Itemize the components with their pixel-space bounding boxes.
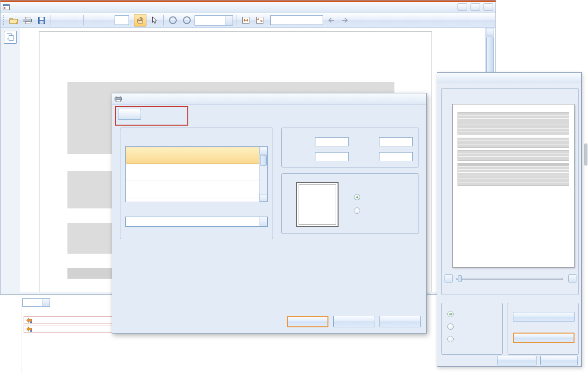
orientation-groupbox: [281, 173, 419, 234]
radio-icon: [354, 207, 360, 214]
maximize-button[interactable]: [470, 3, 480, 11]
find-input[interactable]: [270, 15, 323, 25]
printer-icon: [115, 96, 122, 102]
find-next-button[interactable]: [339, 14, 351, 26]
toolbar-separator: [163, 15, 164, 26]
toolbar-grip[interactable]: [3, 15, 5, 25]
paper-size-option-legal[interactable]: [126, 197, 260, 202]
radio-icon: [447, 311, 454, 317]
margin-left-input[interactable]: [379, 137, 413, 146]
chevron-down-icon[interactable]: [225, 16, 233, 25]
mini-details-table: [457, 163, 569, 186]
toolbar-separator: [83, 15, 84, 26]
tab-paper[interactable]: [118, 109, 141, 120]
paper-size-option-tabloid[interactable]: [126, 164, 260, 181]
undo-button[interactable]: [54, 14, 66, 26]
previous-page-nav-button[interactable]: [444, 274, 453, 283]
radio-icon: [447, 323, 454, 330]
landscape-radio[interactable]: [354, 207, 363, 214]
app-icon: [3, 4, 10, 11]
fit-page-button[interactable]: [253, 14, 266, 26]
find-result-row[interactable]: [24, 325, 114, 333]
fit-width-button[interactable]: [239, 14, 252, 26]
next-page-nav-button[interactable]: [568, 274, 576, 283]
next-page-button[interactable]: [101, 14, 113, 26]
orientation-preview: [296, 182, 339, 227]
margin-bottom-input[interactable]: [315, 152, 349, 161]
page-source-combobox[interactable]: [125, 217, 268, 227]
preview-groupbox: [441, 88, 579, 295]
margin-right-input[interactable]: [379, 152, 413, 161]
page-groupbox: [120, 128, 273, 239]
toolbar-separator: [51, 15, 51, 26]
close-button[interactable]: [483, 3, 493, 11]
print-settings-button[interactable]: [513, 333, 575, 343]
scroll-up-button[interactable]: [486, 28, 494, 36]
page-slider-track[interactable]: [456, 278, 563, 280]
print-button[interactable]: [21, 14, 34, 26]
zoom-in-button[interactable]: [181, 14, 193, 26]
toolbar-separator: [236, 15, 236, 26]
page-number-input[interactable]: [115, 15, 129, 25]
sidebar-panel: [1, 28, 20, 292]
minimize-button[interactable]: [457, 3, 467, 11]
symbol-result-icon: [26, 317, 32, 323]
margins-groupbox: [281, 128, 419, 168]
paper-size-listbox[interactable]: [125, 146, 268, 202]
titlebar[interactable]: [112, 93, 426, 105]
find-previous-button[interactable]: [325, 14, 337, 26]
scroll-up-button[interactable]: [260, 147, 267, 155]
pages-icon: [6, 33, 14, 41]
margin-top-input[interactable]: [315, 137, 349, 146]
save-button[interactable]: [35, 14, 48, 26]
mini-event-table: [457, 112, 569, 135]
mini-summary-table: [457, 150, 569, 161]
pan-tool-button[interactable]: [134, 14, 146, 26]
titlebar[interactable]: [437, 73, 581, 83]
radio-icon: [447, 336, 454, 342]
find-result-row[interactable]: [24, 316, 114, 324]
redo-button[interactable]: [68, 14, 80, 26]
print-preview-window: [437, 72, 582, 367]
page-scrollbar-fragment[interactable]: [584, 143, 588, 166]
zoom-out-button[interactable]: [167, 14, 179, 26]
zoom-combobox[interactable]: [195, 15, 233, 26]
preview-orientation-groupbox: [441, 303, 503, 355]
mini-billing-table: [457, 138, 569, 148]
print-settings-dialog: [112, 93, 427, 334]
select-tool-button[interactable]: [148, 14, 160, 26]
scroll-down-button[interactable]: [260, 194, 267, 202]
listbox-scrollbar[interactable]: [259, 147, 267, 202]
main-toolbar: [1, 13, 495, 28]
titlebar[interactable]: [0, 2, 496, 13]
chevron-down-icon[interactable]: [260, 217, 267, 226]
orientation-portrait-radio[interactable]: [447, 323, 457, 330]
watermark-button[interactable]: [513, 312, 575, 322]
toolbar-overflow-button[interactable]: [486, 18, 493, 22]
preview-thumbnail-page: [452, 104, 575, 268]
preview-button[interactable]: [333, 316, 375, 327]
print-button[interactable]: [497, 356, 536, 365]
radio-icon: [354, 194, 360, 200]
orientation-auto-radio[interactable]: [447, 311, 457, 317]
open-button[interactable]: [7, 14, 20, 26]
scrollbar-thumb[interactable]: [260, 155, 267, 166]
orientation-landscape-radio[interactable]: [447, 336, 457, 342]
cancel-button[interactable]: [379, 316, 421, 327]
print-button[interactable]: [287, 316, 328, 327]
symbol-result-icon: [26, 326, 32, 332]
page-slider-thumb[interactable]: [458, 275, 462, 282]
paper-size-option-ledger[interactable]: [126, 181, 260, 197]
paper-size-option-letter[interactable]: [126, 147, 260, 164]
previous-page-button[interactable]: [87, 14, 99, 26]
portrait-radio[interactable]: [354, 194, 363, 200]
settings-groupbox: [508, 303, 579, 355]
thumbnails-panel-button[interactable]: [4, 31, 17, 44]
cancel-button[interactable]: [540, 356, 578, 365]
